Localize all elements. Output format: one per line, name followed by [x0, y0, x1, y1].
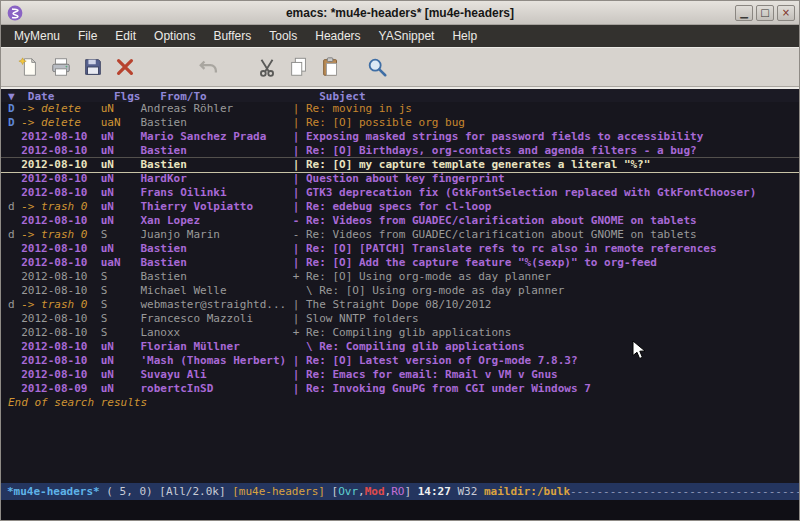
message-list: D-> deleteuNAndreas Röhler| Re: moving i…: [1, 102, 799, 396]
cell-date: -> delete: [21, 102, 100, 116]
message-row[interactable]: 2012-08-09uNrobertcInSD| Re: Invoking Gn…: [1, 382, 799, 396]
cell-date: 2012-08-10: [21, 354, 100, 368]
cell-date: 2012-08-10: [21, 130, 100, 144]
cell-date: 2012-08-10: [21, 326, 100, 340]
copy-button[interactable]: [283, 52, 315, 82]
close-buffer-button[interactable]: [109, 52, 141, 82]
cell-date: 2012-08-10: [21, 256, 100, 270]
menu-item-options[interactable]: Options: [145, 25, 204, 47]
save-button[interactable]: [77, 52, 109, 82]
cell-date: 2012-08-10: [21, 312, 100, 326]
menu-item-tools[interactable]: Tools: [260, 25, 306, 47]
cell-from: Frans Oilinki: [140, 186, 292, 200]
message-row[interactable]: d-> trash 0uNThierry Volpiatto| Re: edeb…: [1, 200, 799, 214]
cell-flags: uN: [101, 130, 141, 144]
message-row[interactable]: 2012-08-10uNFlorian Müllner \ Re: Compil…: [1, 340, 799, 354]
close-button[interactable]: ×: [777, 5, 795, 21]
message-row[interactable]: d-> trash 0SJuanjo Marin- Re: Videos fro…: [1, 228, 799, 242]
cell-subject: - Re: Videos from GUADEC/clarification a…: [293, 228, 697, 241]
cell-flags: uaN: [101, 116, 141, 130]
cell-subject: | Re: moving in js: [293, 102, 412, 115]
cell-flags: uN: [101, 158, 141, 172]
cell-flags: uN: [101, 382, 141, 396]
message-row[interactable]: 2012-08-10uNXan Lopez- Re: Videos from G…: [1, 214, 799, 228]
cell-from: Francesco Mazzoli: [140, 312, 292, 326]
message-row[interactable]: D-> deleteuNAndreas Röhler| Re: moving i…: [1, 102, 799, 116]
new-file-button[interactable]: [13, 52, 45, 82]
message-row[interactable]: 2012-08-10SFrancesco Mazzoli| Slow NNTP …: [1, 312, 799, 326]
message-row[interactable]: 2012-08-10uNBastien| Re: [O] Birthdays, …: [1, 144, 799, 158]
copy-icon: [288, 56, 310, 78]
cell-subject: | Re: [O] Add the capture feature "%(sex…: [293, 256, 657, 269]
message-row[interactable]: 2012-08-10uaNBastien| Re: [O] Add the ca…: [1, 256, 799, 270]
message-row[interactable]: d-> trash 0Swebmaster@straightd...| The …: [1, 298, 799, 312]
undo-button[interactable]: [193, 52, 225, 82]
cell-from: Andreas Röhler: [140, 102, 292, 116]
menu-item-yasnippet[interactable]: YASnippet: [370, 25, 444, 47]
cell-from: Bastien: [140, 144, 292, 158]
cell-from: Xan Lopez: [140, 214, 292, 228]
menu-item-headers[interactable]: Headers: [306, 25, 369, 47]
cell-from: Thierry Volpiatto: [140, 200, 292, 214]
cell-subject: | Re: [O] Birthdays, org-contacts and ag…: [293, 144, 697, 157]
modeline-segment: ----------------------------------------…: [570, 485, 799, 498]
message-row[interactable]: 2012-08-10SMichael Welle \ Re: [O] Using…: [1, 284, 799, 298]
menu-item-mymenu[interactable]: MyMenu: [5, 25, 69, 47]
cell-from: Bastien: [140, 256, 292, 270]
message-row[interactable]: 2012-08-10uNFrans Oilinki| GTK3 deprecat…: [1, 186, 799, 200]
cell-date: 2012-08-10: [21, 242, 100, 256]
cell-from: Michael Welle: [140, 284, 292, 298]
menu-item-buffers[interactable]: Buffers: [204, 25, 260, 47]
cell-flags: S: [101, 298, 141, 312]
message-row[interactable]: 2012-08-10uNBastien| Re: [O] my capture …: [1, 158, 799, 172]
search-button[interactable]: [361, 52, 393, 82]
message-row[interactable]: 2012-08-10SBastien+ Re: [O] Using org-mo…: [1, 270, 799, 284]
cell-mark: d: [8, 298, 21, 312]
cell-from: HardKor: [140, 172, 292, 186]
modeline-segment: [All/2.0k]: [159, 485, 232, 498]
cell-flags: uN: [101, 368, 141, 382]
print-button[interactable]: [45, 52, 77, 82]
cell-subject: | Exposing masked strings for password f…: [293, 130, 704, 143]
modeline-segment: ,: [358, 485, 365, 498]
paste-icon: [320, 56, 342, 78]
cell-subject: \ Re: [O] Using org-mode as day planner: [293, 284, 565, 297]
cell-subject: | Re: Invoking GnuPG from CGI under Wind…: [293, 382, 591, 395]
echo-area[interactable]: [1, 500, 799, 520]
cell-date: 2012-08-09: [21, 382, 100, 396]
cell-date: 2012-08-10: [21, 144, 100, 158]
end-of-results: End of search results: [1, 396, 799, 410]
message-row[interactable]: 2012-08-10uNSuvayu Ali| Re: Emacs for em…: [1, 368, 799, 382]
cell-flags: uN: [101, 102, 141, 116]
message-row[interactable]: 2012-08-10uNMario Sanchez Prada| Exposin…: [1, 130, 799, 144]
paste-button[interactable]: [315, 52, 347, 82]
modeline-segment: Ovr: [338, 485, 358, 498]
cell-flags: uN: [101, 242, 141, 256]
cell-subject: | Re: edebug specs for cl-loop: [293, 200, 492, 213]
cell-from: Lanoxx: [140, 326, 292, 340]
message-row[interactable]: 2012-08-10uNHardKor| Question about key …: [1, 172, 799, 186]
cell-flags: S: [101, 284, 141, 298]
minimize-button[interactable]: ▁: [735, 5, 753, 21]
message-row[interactable]: 2012-08-10SLanoxx+ Re: Compiling glib ap…: [1, 326, 799, 340]
message-row[interactable]: 2012-08-10uN'Mash (Thomas Herbert)| Re: …: [1, 354, 799, 368]
cell-subject: + Re: Compiling glib applications: [293, 326, 512, 339]
modeline: *mu4e-headers* ( 5, 0) [All/2.0k] [mu4e-…: [1, 483, 799, 500]
message-row[interactable]: 2012-08-10uNBastien| Re: [O] [PATCH] Tra…: [1, 242, 799, 256]
cell-from: Bastien: [140, 270, 292, 284]
cell-from: Florian Müllner: [140, 340, 292, 354]
menubar: MyMenuFileEditOptionsBuffersToolsHeaders…: [1, 25, 799, 47]
cell-date: -> trash 0: [21, 200, 100, 214]
titlebar[interactable]: emacs: *mu4e-headers* [mu4e-headers] ▁ □…: [1, 1, 799, 25]
cell-subject: | Question about key fingerprint: [293, 172, 505, 185]
modeline-segment: ]: [404, 485, 417, 498]
message-row[interactable]: D-> deleteuaNBastien| Re: [O] possible o…: [1, 116, 799, 130]
menu-item-edit[interactable]: Edit: [106, 25, 145, 47]
menu-item-help[interactable]: Help: [443, 25, 486, 47]
maximize-button[interactable]: □: [756, 5, 774, 21]
new-file-icon: [18, 56, 40, 78]
cut-button[interactable]: [251, 52, 283, 82]
modeline-segment: [: [325, 485, 338, 498]
menu-item-file[interactable]: File: [69, 25, 106, 47]
cell-date: 2012-08-10: [21, 284, 100, 298]
